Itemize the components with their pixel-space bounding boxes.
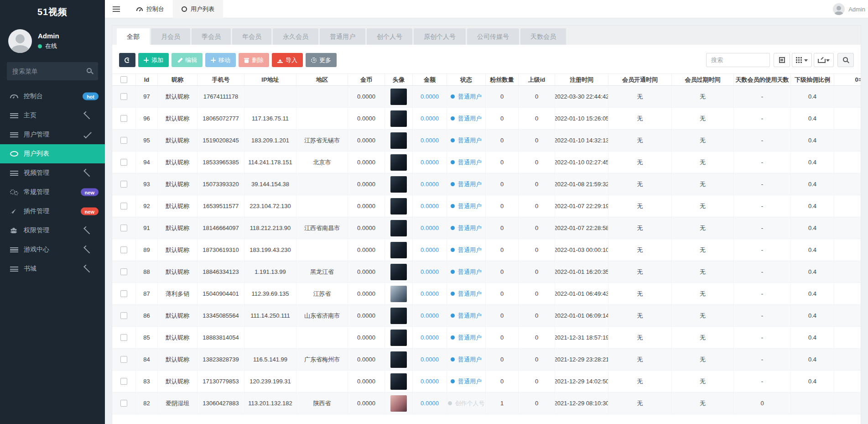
amount-link[interactable]: 0.0000 [421, 159, 439, 166]
user-avatar-image[interactable] [390, 330, 407, 346]
filter-tab-original[interactable]: 原创个人号 [414, 28, 466, 45]
filter-tab-forever[interactable]: 永久会员 [273, 28, 318, 45]
row-checkbox[interactable] [120, 378, 127, 385]
status-badge[interactable]: 普通用户 [451, 334, 482, 342]
user-avatar-image[interactable] [390, 351, 407, 368]
row-checkbox[interactable] [120, 159, 127, 166]
row-checkbox[interactable] [120, 137, 127, 144]
row-checkbox[interactable] [120, 334, 127, 341]
amount-link[interactable]: 0.0000 [421, 334, 439, 341]
status-badge[interactable]: 普通用户 [451, 246, 482, 254]
user-avatar-image[interactable] [390, 132, 407, 149]
filter-tab-all[interactable]: 全部 [117, 28, 150, 45]
admin-avatar[interactable] [8, 29, 32, 53]
row-checkbox[interactable] [120, 268, 127, 275]
amount-link[interactable]: 0.0000 [421, 115, 439, 122]
edit-button[interactable]: 编辑 [172, 53, 203, 67]
export-button[interactable] [814, 53, 834, 67]
more-button[interactable]: 更多 [306, 53, 337, 67]
columns-toggle-button[interactable] [792, 53, 812, 67]
sidebar-item-videos[interactable]: 视频管理 [0, 163, 105, 183]
filter-tab-creator[interactable]: 创个人号 [367, 28, 412, 45]
topbar-user-menu[interactable]: Admin [833, 0, 865, 18]
user-avatar-image[interactable] [390, 373, 407, 390]
refresh-button[interactable] [119, 53, 135, 67]
amount-link[interactable]: 0.0000 [421, 246, 439, 253]
detail-view-button[interactable] [774, 53, 790, 67]
user-avatar-image[interactable] [390, 242, 407, 258]
user-avatar-image[interactable] [390, 198, 407, 215]
status-badge[interactable]: 普通用户 [451, 136, 482, 145]
filter-tab-days[interactable]: 天数会员 [520, 28, 566, 45]
filter-tab-yearly[interactable]: 年会员 [232, 28, 271, 45]
amount-link[interactable]: 0.0000 [421, 312, 439, 319]
import-button[interactable]: 导入 [272, 53, 303, 67]
status-badge[interactable]: 普通用户 [451, 93, 482, 101]
select-all-checkbox[interactable] [120, 76, 127, 83]
user-avatar-image[interactable] [390, 89, 407, 105]
amount-link[interactable]: 0.0000 [421, 268, 439, 275]
status-badge[interactable]: 普通用户 [451, 224, 482, 232]
row-checkbox[interactable] [120, 312, 127, 319]
row-checkbox[interactable] [120, 356, 127, 363]
sidebar-item-games[interactable]: 游戏中心 [0, 240, 105, 259]
user-avatar-image[interactable] [390, 176, 407, 193]
status-badge[interactable]: 普通用户 [451, 268, 482, 276]
sidebar-item-auth[interactable]: 权限管理 [0, 221, 105, 240]
amount-link[interactable]: 0.0000 [421, 378, 439, 385]
user-avatar-image[interactable] [390, 286, 407, 302]
menu-search-input[interactable] [7, 62, 98, 80]
row-checkbox[interactable] [120, 181, 127, 188]
cell-vip-open: 无 [608, 371, 672, 392]
add-button[interactable]: 添加 [138, 53, 169, 67]
row-checkbox[interactable] [120, 246, 127, 253]
move-button[interactable]: 移动 [205, 53, 236, 67]
tab-user-list[interactable]: 用户列表 [173, 0, 223, 18]
user-avatar-image[interactable] [390, 264, 407, 280]
status-badge[interactable]: 普通用户 [451, 158, 482, 167]
table-search-input[interactable] [706, 53, 770, 67]
status-badge[interactable]: 普通用户 [451, 202, 482, 210]
sidebar-item-plugins[interactable]: 插件管理 new [0, 202, 105, 221]
user-avatar-image[interactable] [390, 395, 407, 412]
amount-link[interactable]: 0.0000 [421, 356, 439, 363]
amount-link[interactable]: 0.0000 [421, 400, 439, 407]
amount-link[interactable]: 0.0000 [421, 181, 439, 188]
sidebar-item-users[interactable]: 用户管理 [0, 125, 105, 144]
filter-tab-company[interactable]: 公司传媒号 [467, 28, 519, 45]
row-checkbox[interactable] [120, 400, 127, 407]
row-checkbox[interactable] [120, 203, 127, 209]
amount-link[interactable]: 0.0000 [421, 137, 439, 144]
amount-link[interactable]: 0.0000 [421, 225, 439, 231]
status-badge[interactable]: 普通用户 [451, 180, 482, 188]
user-avatar-image[interactable] [390, 308, 407, 324]
tab-dashboard[interactable]: 控制台 [128, 0, 173, 18]
filter-tab-normal[interactable]: 普通用户 [320, 28, 365, 45]
user-avatar-image[interactable] [390, 154, 407, 171]
filter-tab-monthly[interactable]: 月会员 [151, 28, 190, 45]
row-checkbox[interactable] [120, 115, 127, 122]
sidebar-item-dashboard[interactable]: 控制台 hot [0, 87, 105, 106]
status-badge[interactable]: 普通用户 [451, 312, 482, 320]
sidebar-item-user-list[interactable]: 用户列表 [0, 144, 105, 163]
status-badge[interactable]: 普通用户 [451, 377, 482, 386]
sidebar-item-bookstore[interactable]: 书城 [0, 259, 105, 278]
sidebar-item-home[interactable]: 主页 [0, 106, 105, 125]
search-submit-button[interactable] [837, 53, 854, 67]
sidebar-toggle-button[interactable] [105, 0, 128, 18]
filter-tab-季[interactable]: 季会员 [192, 28, 231, 45]
amount-link[interactable]: 0.0000 [421, 203, 439, 209]
row-checkbox[interactable] [120, 93, 127, 100]
delete-button[interactable]: 删除 [239, 53, 269, 67]
row-checkbox[interactable] [120, 290, 127, 297]
status-badge[interactable]: 创作个人号 [448, 399, 485, 408]
user-avatar-image[interactable] [390, 220, 407, 236]
row-checkbox[interactable] [120, 225, 127, 231]
user-avatar-image[interactable] [390, 110, 407, 127]
amount-link[interactable]: 0.0000 [421, 93, 439, 100]
sidebar-item-general[interactable]: 常规管理 new [0, 183, 105, 202]
status-badge[interactable]: 普通用户 [451, 290, 482, 298]
status-badge[interactable]: 普通用户 [451, 356, 482, 364]
amount-link[interactable]: 0.0000 [421, 290, 439, 297]
status-badge[interactable]: 普通用户 [451, 115, 482, 123]
